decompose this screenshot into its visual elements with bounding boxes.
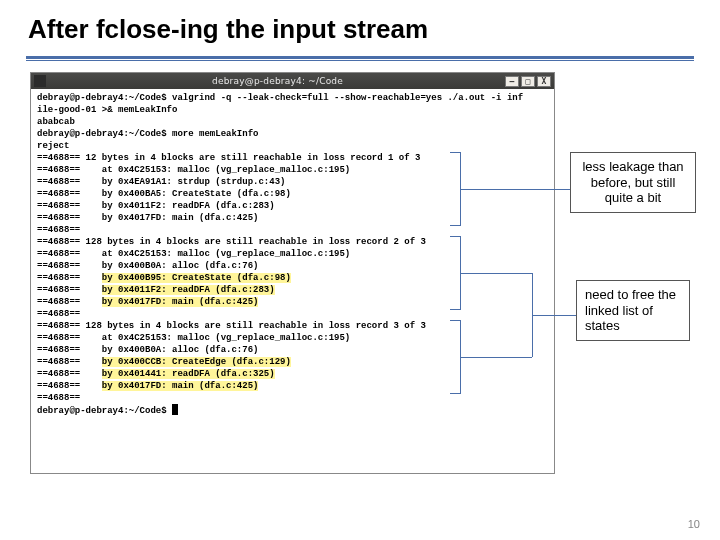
term-line: ==4688== (37, 297, 102, 307)
term-line-highlight: by 0x400CCB: CreateEdge (dfa.c:129) (102, 357, 291, 367)
term-line: ==4688== by 0x4EA91A1: strdup (strdup.c:… (37, 177, 285, 187)
terminal-app-icon (34, 75, 46, 87)
titlebar-text: debray@p-debray4: ~/Code (50, 76, 505, 86)
term-line: ==4688== (37, 357, 102, 367)
maximize-button[interactable]: □ (521, 76, 535, 87)
slide-number: 10 (688, 518, 700, 530)
term-line: ==4688== (37, 273, 102, 283)
minimize-button[interactable]: – (505, 76, 519, 87)
connector-mid (472, 273, 532, 274)
term-line: ==4688== by 0x400B0A: alloc (dfa.c:76) (37, 345, 258, 355)
term-line: ==4688== at 0x4C25153: malloc (vg_replac… (37, 249, 350, 259)
term-line: reject (37, 141, 69, 151)
term-line: ==4688== 128 bytes in 4 blocks are still… (37, 237, 426, 247)
title-rule (26, 56, 694, 59)
term-line-highlight: by 0x400B95: CreateState (dfa.c:98) (102, 273, 291, 283)
window-controls: – □ X (505, 76, 554, 87)
term-line-highlight: by 0x4011F2: readDFA (dfa.c:283) (102, 285, 275, 295)
connector-merge-horz (532, 315, 576, 316)
term-line: ==4688== at 0x4C25153: malloc (vg_replac… (37, 165, 350, 175)
term-line-highlight: by 0x4017FD: main (dfa.c:425) (102, 297, 259, 307)
cursor-icon (172, 404, 178, 415)
slide: After fclose-ing the input stream debray… (0, 0, 720, 540)
callout-bottom: need to free the linked list of states (576, 280, 690, 341)
term-line: debray@p-debray4:~/Code$ valgrind -q --l… (37, 93, 523, 103)
term-line: ==4688== by 0x4011F2: readDFA (dfa.c:283… (37, 201, 275, 211)
term-line: ==4688== (37, 309, 80, 319)
term-line: ==4688== (37, 225, 80, 235)
term-line: ==4688== 12 bytes in 4 blocks are still … (37, 153, 420, 163)
term-line: ==4688== (37, 369, 102, 379)
term-line: ==4688== 128 bytes in 4 blocks are still… (37, 321, 426, 331)
term-line-highlight: by 0x401441: readDFA (dfa.c:325) (102, 369, 275, 379)
term-line: ==4688== by 0x400BA5: CreateState (dfa.c… (37, 189, 291, 199)
connector-bot (472, 357, 532, 358)
term-line: ==4688== by 0x400B0A: alloc (dfa.c:76) (37, 261, 258, 271)
term-line: ababcab (37, 117, 75, 127)
term-line-highlight: by 0x4017FD: main (dfa.c:425) (102, 381, 259, 391)
term-line: ile-good-01 >& memLeakInfo (37, 105, 177, 115)
term-line: debray@p-debray4:~/Code$ more memLeakInf… (37, 129, 258, 139)
terminal-output: debray@p-debray4:~/Code$ valgrind -q --l… (31, 89, 554, 420)
term-line: debray@p-debray4:~/Code$ (37, 406, 172, 416)
term-line: ==4688== (37, 393, 80, 403)
slide-title: After fclose-ing the input stream (28, 14, 428, 45)
term-line: ==4688== at 0x4C25153: malloc (vg_replac… (37, 333, 350, 343)
connector-top (472, 189, 570, 190)
titlebar: debray@p-debray4: ~/Code – □ X (31, 73, 554, 89)
term-line: ==4688== by 0x4017FD: main (dfa.c:425) (37, 213, 258, 223)
callout-top: less leakage than before, but still quit… (570, 152, 696, 213)
term-line: ==4688== (37, 381, 102, 391)
term-line: ==4688== (37, 285, 102, 295)
close-button[interactable]: X (537, 76, 551, 87)
title-rule-thin (26, 60, 694, 61)
